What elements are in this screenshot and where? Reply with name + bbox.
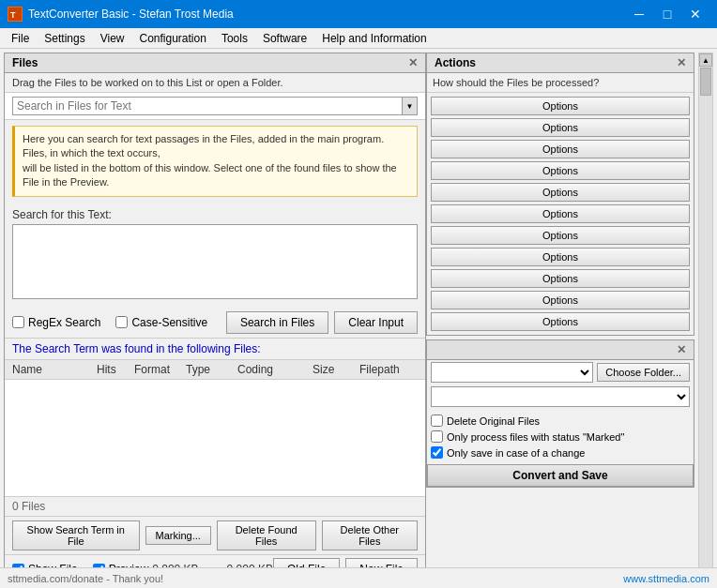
minimize-button[interactable]: ─ [625, 0, 653, 28]
main-wrapper: Files ✕ Drag the Files to be worked on t… [0, 49, 717, 588]
maximize-button[interactable]: □ [653, 0, 681, 28]
search-text-input[interactable] [12, 224, 418, 299]
files-panel: Files ✕ Drag the Files to be worked on t… [4, 53, 426, 584]
col-format: Format [134, 363, 186, 376]
svg-text:T: T [10, 10, 16, 20]
clear-input-button[interactable]: Clear Input [334, 311, 418, 334]
scroll-up-btn[interactable]: ▲ [699, 53, 712, 67]
actions-panel-header: Actions ✕ [427, 53, 694, 73]
actions-panel-2-header: ✕ [427, 340, 694, 360]
actions-panel: Actions ✕ How should the Files be proces… [426, 53, 694, 336]
search-options-row: RegEx Search Case-Sensitive Search in Fi… [5, 308, 425, 338]
info-text-line1: Here you can search for text passages in… [23, 133, 384, 158]
col-name: Name [12, 363, 97, 376]
options-btn-7[interactable]: Options [431, 226, 690, 245]
titlebar-buttons: ─ □ ✕ [625, 0, 709, 28]
convert-save-button[interactable]: Convert and Save [427, 464, 694, 487]
choose-folder-button[interactable]: Choose Folder... [597, 363, 690, 382]
only-marked-checkbox[interactable] [431, 430, 443, 443]
bottom-statusbar: sttmedia.com/donate - Thank you! www.stt… [0, 567, 717, 588]
options-btn-2[interactable]: Options [431, 118, 690, 137]
search-dropdown-btn[interactable]: ▼ [403, 97, 418, 115]
options-btn-4[interactable]: Options [431, 161, 690, 180]
options-btn-3[interactable]: Options [431, 140, 690, 158]
search-bar-container: ▼ [5, 93, 425, 120]
menubar: File Settings View Configuration Tools S… [0, 28, 717, 49]
delete-original-text: Delete Original Files [447, 415, 540, 427]
table-header: Name Hits Format Type Coding Size Filepa… [5, 360, 425, 380]
website-text: www.sttmedia.com [623, 573, 709, 584]
options-list: Options Options Options Options Options … [427, 93, 694, 335]
options-btn-11[interactable]: Options [431, 312, 690, 331]
app-icon: T [8, 7, 23, 22]
folder-select[interactable] [431, 362, 593, 383]
options-btn-6[interactable]: Options [431, 204, 690, 223]
col-filepath: Filepath [359, 363, 418, 376]
search-files-input[interactable] [12, 97, 403, 115]
only-save-text: Only save in case of a change [447, 447, 585, 459]
scroll-track[interactable] [699, 67, 712, 570]
results-table: Name Hits Format Type Coding Size Filepa… [5, 359, 425, 497]
delete-original-checkbox[interactable] [431, 415, 443, 427]
case-label-text: Case-Sensitive [131, 316, 207, 329]
donate-text: sttmedia.com/donate - Thank you! [8, 573, 163, 584]
actions-panel-2-close[interactable]: ✕ [677, 343, 686, 356]
right-scrollbar: ▲ ▼ [698, 53, 713, 584]
how-text: How should the Files be processed? [427, 73, 694, 93]
panels-container: Files ✕ Drag the Files to be worked on t… [0, 49, 717, 588]
files-panel-title: Files [12, 56, 38, 69]
options-btn-1[interactable]: Options [431, 97, 690, 115]
table-body[interactable] [5, 380, 425, 474]
col-coding: Coding [237, 363, 313, 376]
search-section: Search for this Text: [5, 203, 425, 308]
options-btn-10[interactable]: Options [431, 291, 690, 309]
titlebar-title: TextConverter Basic - Stefan Trost Media [28, 8, 625, 21]
regex-label-text: RegEx Search [28, 316, 100, 329]
options-btn-8[interactable]: Options [431, 248, 690, 266]
titlebar: T TextConverter Basic - Stefan Trost Med… [0, 0, 717, 28]
menu-view[interactable]: View [93, 28, 132, 49]
regex-checkbox-label[interactable]: RegEx Search [12, 316, 100, 329]
results-label: The Search Term was found in the followi… [5, 338, 425, 359]
case-checkbox-label[interactable]: Case-Sensitive [115, 316, 207, 329]
search-buttons: Search in Files Clear Input [226, 311, 418, 334]
delete-found-button[interactable]: Delete Found Files [217, 520, 316, 550]
right-content: Actions ✕ How should the Files be proces… [426, 49, 698, 588]
drag-hint: Drag the Files to be worked on to this L… [5, 73, 425, 93]
actions-panel-close[interactable]: ✕ [677, 56, 686, 69]
only-save-checkbox[interactable] [431, 446, 443, 459]
col-size: Size [313, 363, 359, 376]
only-marked-label[interactable]: Only process files with status "Marked" [431, 429, 690, 445]
regex-checkbox[interactable] [12, 316, 24, 328]
scroll-thumb[interactable] [700, 68, 711, 96]
files-panel-header: Files ✕ [5, 53, 425, 73]
menu-tools[interactable]: Tools [214, 28, 255, 49]
search-in-files-button[interactable]: Search in Files [226, 311, 328, 334]
case-checkbox[interactable] [115, 316, 128, 328]
show-search-term-button[interactable]: Show Search Term in File [12, 520, 140, 550]
col-type: Type [186, 363, 237, 376]
search-for-text-label: Search for this Text: [12, 208, 418, 221]
files-panel-close[interactable]: ✕ [408, 56, 418, 69]
col-hits: Hits [97, 363, 134, 376]
menu-help[interactable]: Help and Information [314, 28, 434, 49]
options-btn-5[interactable]: Options [431, 183, 690, 202]
output-select[interactable] [431, 386, 690, 407]
info-box: Here you can search for text passages in… [12, 126, 418, 197]
delete-other-button[interactable]: Delete Other Files [322, 520, 418, 550]
menu-configuration[interactable]: Configuration [132, 28, 214, 49]
file-action-bar: Show Search Term in File Marking... Dele… [5, 516, 425, 554]
menu-software[interactable]: Software [255, 28, 314, 49]
actions-panel-2: ✕ Choose Folder... Delete Orig [426, 339, 694, 488]
menu-file[interactable]: File [4, 28, 37, 49]
marking-button[interactable]: Marking... [145, 526, 211, 545]
info-text-line2: will be listed in the bottom of this win… [23, 162, 397, 188]
folder-row: Choose Folder... [427, 360, 694, 384]
menu-settings[interactable]: Settings [37, 28, 92, 49]
actions-panel-title: Actions [435, 56, 476, 69]
options-btn-9[interactable]: Options [431, 269, 690, 288]
only-save-label[interactable]: Only save in case of a change [431, 445, 690, 460]
delete-original-label[interactable]: Delete Original Files [431, 413, 690, 429]
close-button[interactable]: ✕ [681, 0, 709, 28]
files-count: 0 Files [5, 497, 425, 516]
